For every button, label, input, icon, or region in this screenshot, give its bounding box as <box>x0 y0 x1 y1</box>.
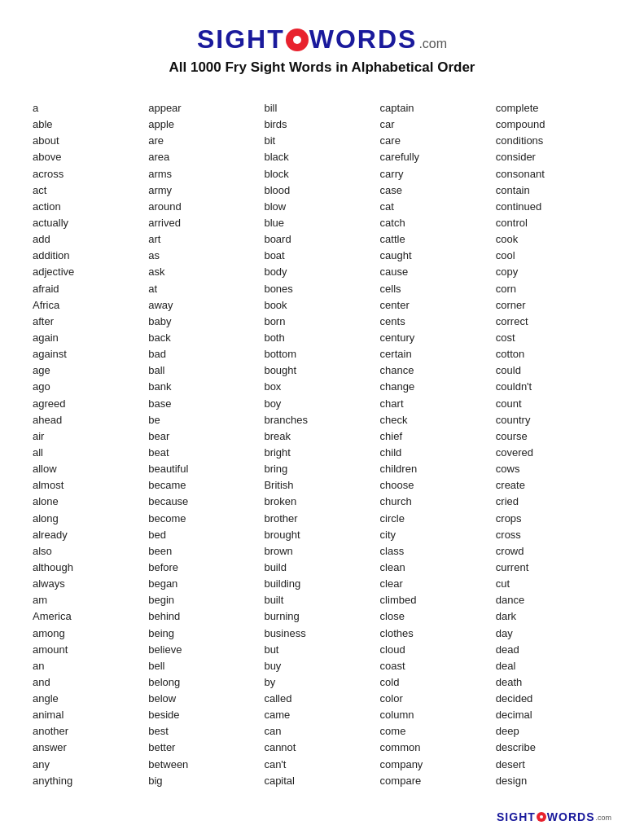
footer-logo-com: .com <box>595 814 611 823</box>
word-item: back <box>148 330 264 346</box>
word-item: an <box>33 658 148 674</box>
word-item: death <box>496 674 611 691</box>
word-item: close <box>380 608 496 625</box>
word-item: continued <box>496 199 611 215</box>
word-item: bring <box>264 461 379 477</box>
word-item: country <box>496 412 611 428</box>
word-item: brought <box>264 527 379 543</box>
footer-logo-words: WORDS <box>547 810 595 823</box>
word-item: cause <box>380 264 496 280</box>
word-item: dance <box>496 592 611 608</box>
word-item: cannot <box>264 740 379 756</box>
word-item: ask <box>148 264 264 280</box>
word-item: cook <box>496 231 611 248</box>
logo-com-text: .com <box>418 37 447 55</box>
word-item: by <box>264 674 379 691</box>
word-item: appear <box>148 100 264 116</box>
word-item: bottom <box>264 346 379 362</box>
word-item: church <box>380 494 496 510</box>
word-item: army <box>148 182 264 199</box>
word-item: already <box>33 527 148 543</box>
word-item: ahead <box>33 412 148 428</box>
word-item: action <box>33 199 148 215</box>
word-item: captain <box>380 100 496 116</box>
word-item: consonant <box>496 166 611 182</box>
word-item: bad <box>148 346 264 362</box>
word-item: actually <box>33 215 148 231</box>
word-item: area <box>148 149 264 165</box>
word-item: book <box>264 297 379 314</box>
word-item: ago <box>33 379 148 395</box>
word-item: alone <box>33 494 148 510</box>
word-item: chief <box>380 428 496 445</box>
word-item: color <box>380 691 496 707</box>
word-item: after <box>33 314 148 330</box>
word-item: being <box>148 626 264 642</box>
logo-words-text: WORDS <box>309 24 418 55</box>
footer-logo-o-icon <box>537 812 546 822</box>
word-item: crowd <box>496 543 611 560</box>
word-item: cut <box>496 576 611 592</box>
word-item: art <box>148 231 264 248</box>
word-item: check <box>380 412 496 428</box>
footer-logo: SIGHT WORDS .com <box>497 810 611 823</box>
word-item: bear <box>148 428 264 445</box>
word-item: big <box>148 773 264 789</box>
word-item: day <box>496 626 611 642</box>
word-item: clean <box>380 560 496 576</box>
word-item: contain <box>496 182 611 199</box>
word-item: built <box>264 592 379 608</box>
word-item: almost <box>33 477 148 494</box>
word-item: company <box>380 757 496 773</box>
word-item: common <box>380 740 496 756</box>
word-item: bought <box>264 362 379 379</box>
word-item: across <box>33 166 148 182</box>
word-item: arms <box>148 166 264 182</box>
word-item: class <box>380 543 496 560</box>
word-item: couldn't <box>496 379 611 395</box>
word-item: am <box>33 592 148 608</box>
word-item: bones <box>264 281 379 297</box>
word-item: buy <box>264 658 379 674</box>
page: SIGHT WORDS .com All 1000 Fry Sight Word… <box>0 0 644 834</box>
word-item: against <box>33 346 148 362</box>
word-item: complete <box>496 100 611 116</box>
word-item: below <box>148 691 264 707</box>
word-item: begin <box>148 592 264 608</box>
word-item: blue <box>264 215 379 231</box>
word-item: child <box>380 445 496 461</box>
word-item: answer <box>33 740 148 756</box>
word-item: able <box>33 116 148 133</box>
word-item: black <box>264 149 379 165</box>
word-item: bit <box>264 133 379 149</box>
word-item: brown <box>264 543 379 560</box>
word-item: choose <box>380 477 496 494</box>
word-item: bed <box>148 527 264 543</box>
word-item: away <box>148 297 264 314</box>
word-item: both <box>264 330 379 346</box>
word-item: bright <box>264 445 379 461</box>
word-item: can't <box>264 757 379 773</box>
word-item: decided <box>496 691 611 707</box>
word-columns: aableaboutaboveacrossactactionactuallyad… <box>33 100 611 789</box>
word-column-col2: appearappleareareaarmsarmyaroundarriveda… <box>148 100 264 789</box>
word-item: boat <box>264 248 379 264</box>
word-item: at <box>148 281 264 297</box>
word-item: bill <box>264 100 379 116</box>
word-item: add <box>33 231 148 248</box>
word-item: century <box>380 330 496 346</box>
word-item: crops <box>496 511 611 527</box>
word-item: clothes <box>380 626 496 642</box>
word-item: burning <box>264 608 379 625</box>
word-item: build <box>264 560 379 576</box>
word-column-col5: completecompoundconditionsconsiderconson… <box>496 100 611 789</box>
word-item: apple <box>148 116 264 133</box>
word-item: British <box>264 477 379 494</box>
word-item: dark <box>496 608 611 625</box>
word-item: climbed <box>380 592 496 608</box>
word-item: case <box>380 182 496 199</box>
word-item: children <box>380 461 496 477</box>
word-item: Africa <box>33 297 148 314</box>
word-item: animal <box>33 707 148 723</box>
word-item: age <box>33 362 148 379</box>
